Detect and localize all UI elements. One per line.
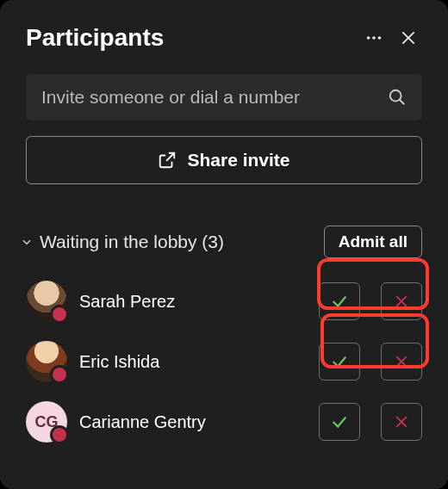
presence-badge (50, 365, 69, 384)
chevron-down-icon (21, 236, 33, 248)
presence-badge (50, 425, 69, 444)
svg-point-0 (367, 36, 370, 40)
admit-button[interactable] (319, 403, 360, 441)
check-icon (330, 352, 349, 371)
lobby-participant-row: Sarah Perez (26, 274, 422, 329)
x-icon (393, 293, 410, 310)
lobby-participant-row: CG Carianne Gentry (26, 394, 422, 449)
avatar (26, 341, 67, 382)
share-invite-label: Share invite (187, 150, 289, 170)
invite-search-placeholder: Invite someone or dial a number (41, 87, 388, 108)
close-button[interactable] (391, 21, 426, 55)
panel-title: Participants (26, 24, 357, 52)
svg-point-2 (378, 36, 382, 40)
check-icon (330, 292, 349, 311)
admit-button[interactable] (319, 343, 360, 381)
share-icon (158, 151, 177, 170)
admit-button[interactable] (319, 282, 360, 320)
participant-name: Sarah Perez (79, 292, 307, 312)
avatar (26, 281, 67, 322)
more-options-button[interactable] (357, 21, 391, 55)
check-icon (330, 412, 349, 431)
participants-panel: Participants Invite someone or dial a nu… (0, 0, 448, 489)
panel-body: Invite someone or dial a number Share in… (0, 64, 448, 449)
avatar: CG (26, 401, 67, 443)
presence-badge (50, 305, 69, 324)
participant-name: Carianne Gentry (79, 412, 307, 432)
deny-button[interactable] (381, 282, 422, 320)
close-icon (400, 29, 417, 46)
invite-search[interactable]: Invite someone or dial a number (26, 74, 422, 121)
deny-button[interactable] (381, 403, 422, 441)
search-icon (388, 88, 407, 107)
svg-point-3 (390, 90, 401, 102)
svg-point-1 (372, 36, 376, 40)
lobby-list: Sarah Perez Eric Ishida (26, 274, 422, 449)
more-icon (364, 28, 383, 47)
lobby-section-title: Waiting in the lobby (3) (40, 232, 324, 252)
panel-header: Participants (0, 0, 448, 64)
x-icon (393, 413, 410, 430)
lobby-participant-row: Eric Ishida (26, 334, 422, 389)
admit-all-label: Admit all (339, 232, 408, 251)
participant-name: Eric Ishida (79, 352, 307, 372)
collapse-toggle[interactable] (21, 236, 40, 248)
admit-all-button[interactable]: Admit all (324, 226, 422, 258)
lobby-section-header: Waiting in the lobby (3) Admit all (26, 226, 422, 258)
x-icon (393, 353, 410, 370)
share-invite-button[interactable]: Share invite (26, 136, 422, 184)
deny-button[interactable] (381, 343, 422, 381)
